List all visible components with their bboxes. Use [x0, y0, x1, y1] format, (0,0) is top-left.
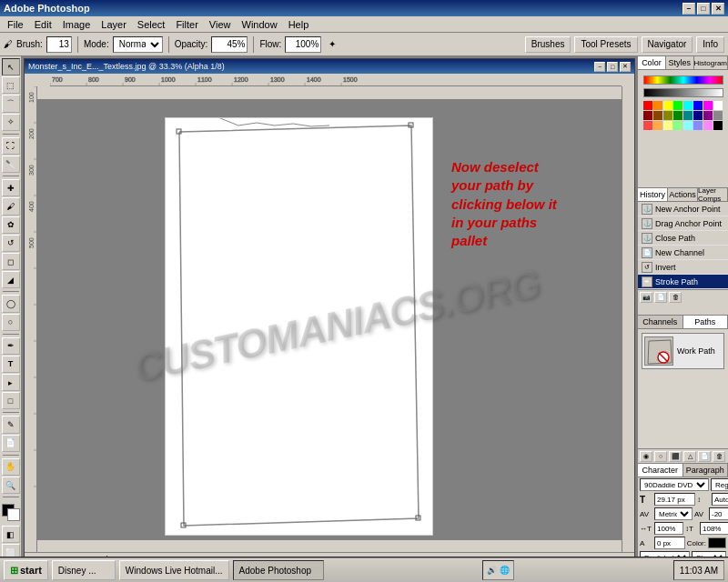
tab-paths[interactable]: Paths	[683, 316, 729, 328]
path-mask-btn[interactable]: ⬛	[669, 451, 682, 462]
shape-tool[interactable]: □	[2, 392, 20, 409]
paint-bucket-tool[interactable]: ◢	[2, 271, 20, 288]
color-black[interactable]	[713, 121, 723, 130]
color-red[interactable]	[643, 101, 652, 110]
history-item-1[interactable]: ⚓ Drag Anchor Point	[638, 216, 728, 231]
path-new-btn[interactable]: 📄	[698, 451, 711, 462]
start-button[interactable]: ⊞ start	[4, 560, 48, 580]
hand-tool[interactable]: ✋	[2, 458, 20, 476]
color-blue[interactable]	[693, 101, 703, 110]
history-snapshot-btn[interactable]: 📷	[640, 292, 652, 303]
color-lightblue[interactable]	[693, 121, 703, 130]
menu-window[interactable]: Window	[237, 18, 283, 31]
color-white[interactable]	[713, 101, 723, 110]
scroll-horizontal[interactable]	[37, 539, 634, 552]
leading-input[interactable]	[712, 493, 728, 506]
tab-histogram[interactable]: Histogram	[694, 56, 728, 69]
history-new-btn[interactable]: 📄	[654, 292, 667, 303]
maximize-button[interactable]: □	[697, 3, 710, 15]
grey-spectrum[interactable]	[643, 88, 723, 97]
tab-actions[interactable]: Actions	[668, 188, 698, 201]
lasso-tool[interactable]: ⌒	[2, 95, 20, 112]
menu-image[interactable]: Image	[57, 18, 96, 31]
path-delete-btn[interactable]: 🗑	[713, 451, 725, 462]
magic-wand-tool[interactable]: ✧	[2, 114, 20, 131]
color-teal[interactable]	[683, 111, 693, 120]
taskbar-photoshop[interactable]: Adobe Photoshop	[233, 560, 324, 580]
eyedropper-tool[interactable]: ✎	[2, 416, 20, 433]
tab-color[interactable]: Color	[638, 56, 666, 69]
path-fill-btn[interactable]: ◉	[640, 451, 652, 462]
doc-close[interactable]: ✕	[620, 62, 631, 72]
navigator-tab-btn[interactable]: Navigator	[642, 36, 693, 53]
color-yellow[interactable]	[663, 101, 672, 110]
menu-edit[interactable]: Edit	[29, 18, 57, 31]
menu-help[interactable]: Help	[283, 18, 315, 31]
color-darkred[interactable]	[643, 111, 652, 120]
move-tool[interactable]: ↖	[2, 58, 20, 75]
background-color[interactable]	[7, 508, 20, 521]
color-cyan[interactable]	[683, 101, 693, 110]
slice-tool[interactable]: 🔪	[2, 156, 20, 173]
history-item-2[interactable]: ⚓ Close Path	[638, 231, 728, 246]
color-navy[interactable]	[693, 111, 703, 120]
color-orange[interactable]	[653, 101, 662, 110]
color-olive[interactable]	[663, 111, 672, 120]
tool-presets-tab-btn[interactable]: Tool Presets	[574, 36, 637, 53]
tab-styles[interactable]: Styles	[666, 56, 694, 69]
history-delete-btn[interactable]: 🗑	[669, 292, 682, 303]
scale-v-input[interactable]	[700, 522, 728, 535]
color-lightorange[interactable]	[653, 121, 662, 130]
menu-layer[interactable]: Layer	[96, 18, 132, 31]
dodge-tool[interactable]: ○	[2, 314, 20, 331]
notes-tool[interactable]: 📄	[2, 435, 20, 452]
menu-file[interactable]: File	[2, 18, 29, 31]
color-purple[interactable]	[703, 111, 713, 120]
tab-paragraph[interactable]: Paragraph	[683, 464, 729, 477]
path-shape-btn[interactable]: △	[683, 451, 696, 462]
font-family-select[interactable]: 90Daddie DVD	[640, 478, 709, 491]
history-item-0[interactable]: ⚓ New Anchor Point	[638, 202, 728, 216]
history-item-5[interactable]: ✒ Stroke Path	[638, 275, 728, 289]
history-item-3[interactable]: 📄 New Channel	[638, 246, 728, 260]
color-magenta[interactable]	[703, 101, 713, 110]
scroll-vertical[interactable]	[622, 86, 634, 552]
font-size-input[interactable]	[654, 493, 695, 506]
close-button[interactable]: ✕	[712, 3, 724, 15]
menu-view[interactable]: View	[204, 18, 237, 31]
color-lightcyan[interactable]	[683, 121, 693, 130]
brush-tool[interactable]: 🖌	[2, 197, 20, 215]
color-green[interactable]	[673, 101, 682, 110]
color-grey[interactable]	[713, 111, 723, 120]
minimize-button[interactable]: −	[682, 3, 695, 15]
color-swatches[interactable]	[2, 504, 20, 521]
mode-select[interactable]: Normal	[113, 36, 163, 53]
clone-tool[interactable]: ✿	[2, 216, 20, 234]
marquee-tool[interactable]: ⬚	[2, 76, 20, 94]
info-tab-btn[interactable]: Info	[696, 36, 724, 53]
font-style-select[interactable]: Regular	[711, 478, 728, 491]
brushes-tab-btn[interactable]: Brushes	[525, 36, 571, 53]
color-brown[interactable]	[653, 111, 662, 120]
color-lightmagenta[interactable]	[703, 121, 713, 130]
pen-tool[interactable]: ✒	[2, 337, 20, 355]
flow-input[interactable]	[285, 36, 321, 53]
history-item-4[interactable]: ↺ Invert	[638, 260, 728, 275]
scale-h-input[interactable]	[654, 522, 683, 535]
doc-maximize[interactable]: □	[607, 62, 618, 72]
history-brush-tool[interactable]: ↺	[2, 235, 20, 252]
tracking-input[interactable]	[709, 507, 728, 520]
color-lightred[interactable]	[643, 121, 652, 130]
tab-layer-comps[interactable]: Layer Comps	[698, 188, 728, 201]
tracking-select[interactable]: Metrics	[654, 507, 693, 520]
quick-mask-btn[interactable]: ◧	[2, 526, 20, 543]
taskbar-disney[interactable]: Disney ...	[52, 560, 116, 580]
brush-size-input[interactable]	[46, 36, 72, 53]
opacity-input[interactable]	[211, 36, 248, 53]
zoom-tool[interactable]: 🔍	[2, 477, 20, 494]
taskbar-hotmail[interactable]: Windows Live Hotmail...	[119, 560, 229, 580]
tab-character[interactable]: Character	[638, 464, 683, 477]
menu-filter[interactable]: Filter	[170, 18, 203, 31]
work-path-item[interactable]: Work Path	[642, 333, 724, 369]
path-select-tool[interactable]: ▸	[2, 374, 20, 391]
